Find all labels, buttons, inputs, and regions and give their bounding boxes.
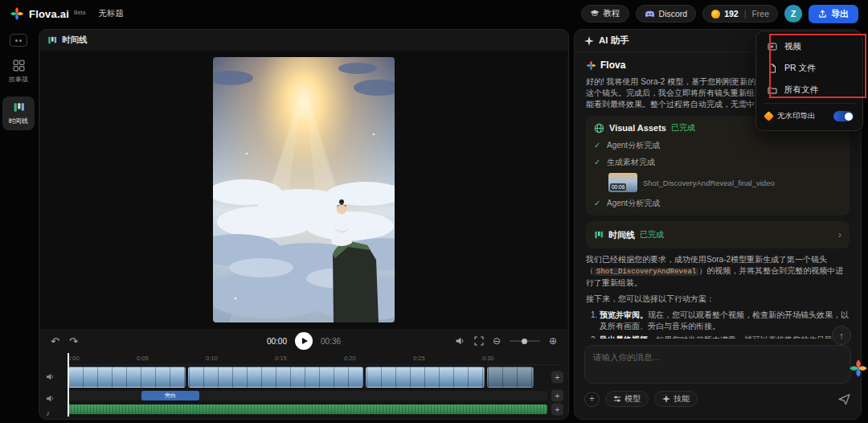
- play-button[interactable]: [295, 332, 313, 350]
- video-clip[interactable]: [487, 367, 534, 388]
- tutorial-button[interactable]: 教程: [581, 5, 629, 23]
- credits-pill[interactable]: 192 | Free: [702, 5, 778, 23]
- music-clip[interactable]: [68, 405, 547, 414]
- generated-asset-row[interactable]: 00:06 Shot_DiscoveryAndReveal_final_vide…: [608, 173, 841, 192]
- ruler-tick: 0:15: [275, 355, 287, 362]
- timeline-card-icon: [594, 230, 604, 240]
- export-dropdown-menu: 视频 PR 文件 所有文件 无水印导出: [755, 31, 863, 131]
- option-item: 预览并审阅。现在，您可以观看整个视频，检查新的开场镜头效果，以及所有画面、旁白与…: [600, 310, 850, 332]
- export-pr-file-item[interactable]: PR 文件: [756, 57, 862, 79]
- check-icon: ✓: [594, 198, 602, 209]
- export-icon: [818, 10, 827, 18]
- visual-assets-title: Visual Assets: [609, 122, 666, 134]
- audio-track: 旁白 +: [68, 391, 563, 400]
- step-label: Agent分析完成: [607, 140, 660, 151]
- redo-button[interactable]: ↷: [69, 335, 78, 347]
- attach-button[interactable]: +: [584, 392, 600, 407]
- fullscreen-icon[interactable]: [474, 336, 484, 346]
- timeline-result-card[interactable]: 时间线 已完成 ›: [586, 221, 850, 248]
- pr-file-icon: [768, 64, 777, 73]
- export-button[interactable]: 导出: [809, 5, 858, 23]
- step-item: ✓ Agent分析完成: [594, 198, 841, 209]
- composer-toolbar: + 模型 技能: [584, 391, 851, 407]
- duration: 00:36: [321, 337, 341, 346]
- editor-panel-header: 时间线: [39, 30, 568, 51]
- ruler-tick: 0:25: [413, 355, 425, 362]
- volume-icon[interactable]: [455, 336, 465, 346]
- video-clip[interactable]: [68, 367, 186, 388]
- scroll-to-top-button[interactable]: ↑: [832, 326, 851, 345]
- discord-button[interactable]: Discord: [636, 5, 697, 23]
- topbar-actions: 教程 Discord 192 | Free Z 导出: [581, 5, 858, 23]
- timeline-card-title: 时间线: [608, 229, 635, 241]
- audio-clip[interactable]: 旁白: [141, 391, 199, 400]
- avatar[interactable]: Z: [784, 5, 802, 23]
- model-icon: [613, 395, 621, 403]
- video-preview[interactable]: [213, 57, 395, 322]
- asset-thumbnail[interactable]: 00:06: [608, 173, 637, 192]
- skills-icon: [662, 395, 670, 403]
- document-title[interactable]: 无标题: [98, 8, 124, 19]
- asset-duration-badge: 00:06: [610, 183, 626, 191]
- step-item: ✓ Agent分析完成: [594, 140, 841, 151]
- flova-logo-icon: [586, 60, 596, 71]
- globe-icon: [594, 123, 604, 133]
- watermark-toggle[interactable]: [833, 111, 854, 121]
- zoom-out-icon[interactable]: ⊖: [493, 335, 501, 347]
- sidebar-item-timeline[interactable]: 时间线: [2, 97, 35, 130]
- message-input[interactable]: 请输入你的消息...: [584, 345, 851, 384]
- playhead[interactable]: [68, 353, 69, 417]
- flova-float-icon[interactable]: [849, 359, 868, 378]
- audio-track-bed[interactable]: [68, 391, 547, 400]
- zoom-in-icon[interactable]: ⊕: [549, 335, 557, 347]
- undo-button[interactable]: ↶: [51, 335, 59, 347]
- export-all-files-item[interactable]: 所有文件: [756, 79, 862, 101]
- add-video-clip-button[interactable]: +: [551, 372, 563, 384]
- assistant-title: AI 助手: [599, 35, 629, 47]
- chevron-right-icon: ›: [838, 228, 841, 242]
- step-item: ✓ 生成素材完成: [594, 157, 841, 168]
- credits-coin-icon: [711, 10, 720, 18]
- ruler-tick: 0:20: [344, 355, 356, 362]
- sidebar-item-label: 时间线: [9, 117, 28, 125]
- step-label: 生成素材完成: [607, 157, 655, 168]
- send-button[interactable]: [837, 392, 851, 406]
- left-rail: 故事版 时间线: [0, 27, 37, 423]
- add-music-clip-button[interactable]: +: [551, 404, 563, 416]
- music-track-icon[interactable]: ♪: [46, 409, 50, 417]
- model-selector-button[interactable]: 模型: [605, 391, 649, 407]
- skills-button[interactable]: 技能: [654, 391, 698, 407]
- credits-separator: |: [744, 9, 747, 18]
- timeline-tracks: + 旁白 + +: [68, 367, 563, 414]
- options-intro: 接下来，您可以选择以下行动方案：: [586, 294, 850, 305]
- ruler-tick: 0:05: [137, 355, 149, 362]
- timeline-icon: [13, 101, 25, 113]
- audio-clip-label: 旁白: [165, 392, 176, 400]
- visual-assets-status: 已完成: [671, 122, 695, 133]
- ruler-tick: 0:30: [482, 355, 494, 362]
- add-audio-clip-button[interactable]: +: [551, 390, 563, 402]
- panel-toggle-icon[interactable]: [10, 34, 27, 47]
- all-files-icon: [768, 85, 777, 95]
- step-label: Agent分析完成: [607, 198, 660, 209]
- export-label: 导出: [831, 8, 849, 20]
- menu-item-label: PR 文件: [784, 63, 816, 74]
- tutorial-label: 教程: [604, 8, 620, 19]
- beta-badge: Beta: [74, 10, 85, 15]
- zoom-slider[interactable]: [510, 340, 540, 342]
- skills-label: 技能: [674, 393, 690, 405]
- sidebar-item-storyboard[interactable]: 故事版: [2, 55, 35, 88]
- timeline-ruler[interactable]: 0:00 0:05 0:10 0:15 0:20 0:25 0:30: [68, 353, 563, 365]
- export-video-item[interactable]: 视频: [756, 35, 862, 57]
- video-track-volume-icon[interactable]: [46, 372, 55, 381]
- audio-track-volume-icon[interactable]: [46, 394, 55, 403]
- menu-item-label: 视频: [784, 41, 801, 52]
- check-icon: ✓: [594, 157, 602, 168]
- video-clip[interactable]: [188, 367, 363, 388]
- timeline-panel-icon: [47, 35, 57, 45]
- watermark-toggle-row: 无水印导出: [756, 106, 862, 126]
- video-export-icon: [768, 42, 777, 51]
- video-clip[interactable]: [366, 367, 485, 388]
- premium-diamond-icon: [764, 111, 774, 121]
- menu-item-label: 所有文件: [784, 84, 818, 96]
